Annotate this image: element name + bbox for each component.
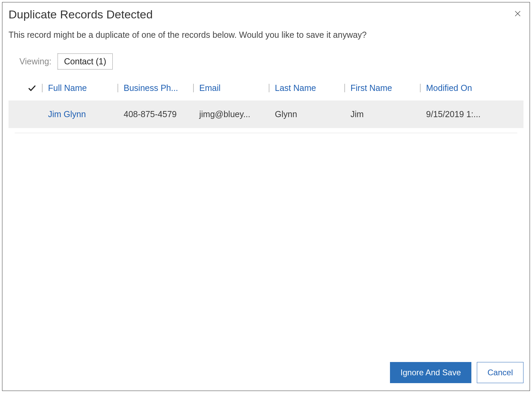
duplicates-grid: Full Name Business Ph... Email Last Name…: [9, 80, 523, 133]
tab-contact[interactable]: Contact (1): [58, 53, 113, 69]
column-header-first-name[interactable]: First Name: [344, 83, 420, 93]
dialog-message: This record might be a duplicate of one …: [2, 24, 530, 40]
column-header-full-name[interactable]: Full Name: [42, 83, 118, 93]
close-button[interactable]: [513, 9, 523, 19]
grid-bottom-divider: [15, 133, 517, 133]
checkmark-icon: [28, 84, 36, 93]
column-header-select[interactable]: [22, 83, 42, 93]
cell-email: jimg@bluey...: [193, 109, 269, 119]
cell-full-name[interactable]: Jim Glynn: [42, 109, 118, 119]
dialog-title: Duplicate Records Detected: [9, 8, 153, 21]
grid-header-row: Full Name Business Ph... Email Last Name…: [9, 80, 523, 96]
viewing-row: Viewing: Contact (1): [2, 40, 530, 74]
cell-business-phone: 408-875-4579: [118, 109, 193, 119]
ignore-and-save-button[interactable]: Ignore And Save: [390, 362, 471, 383]
dialog-header: Duplicate Records Detected: [2, 2, 530, 24]
dialog-footer: Ignore And Save Cancel: [2, 362, 530, 391]
cell-first-name: Jim: [344, 109, 420, 119]
close-icon: [514, 10, 521, 17]
cell-modified-on: 9/15/2019 1:...: [420, 109, 523, 119]
column-header-modified-on[interactable]: Modified On: [420, 83, 523, 93]
cancel-button[interactable]: Cancel: [477, 362, 523, 383]
table-row[interactable]: Jim Glynn 408-875-4579 jimg@bluey... Gly…: [9, 100, 523, 128]
viewing-label: Viewing:: [19, 57, 51, 66]
duplicate-records-dialog: Duplicate Records Detected This record m…: [2, 2, 530, 391]
cell-last-name: Glynn: [269, 109, 344, 119]
column-header-business-phone[interactable]: Business Ph...: [118, 83, 193, 93]
column-header-last-name[interactable]: Last Name: [269, 83, 344, 93]
column-header-email[interactable]: Email: [193, 83, 269, 93]
